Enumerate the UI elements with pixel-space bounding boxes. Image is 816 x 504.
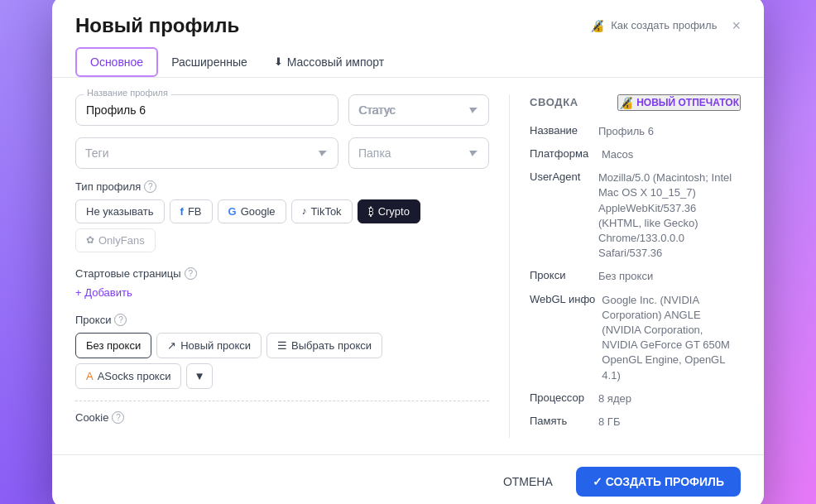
profile-name-group: Название профиля: [75, 94, 338, 126]
asocks-icon: A: [86, 370, 94, 382]
start-pages-section: Стартовые страницы ? + Добавить: [75, 267, 489, 299]
crypto-icon: ₿: [368, 205, 374, 218]
proxy-section: Прокси ? Без прокси ↗ Новый прокси ☰ Выб…: [75, 314, 489, 389]
type-btn-tiktok[interactable]: ♪ TikTok: [291, 199, 353, 223]
fb-icon: f: [180, 205, 184, 218]
select-proxy-icon: ☰: [277, 339, 287, 352]
summary-header: СВОДКА 🔏 НОВЫЙ ОТПЕЧАТОК: [530, 94, 741, 111]
form-row-tags-folder: Теги ▼ Папка ▼: [75, 137, 489, 169]
type-btn-onlyfans[interactable]: ✿ OnlyFans: [75, 228, 156, 252]
type-btn-crypto[interactable]: ₿ Crypto: [358, 199, 420, 223]
proxy-label-row: Прокси ?: [75, 314, 489, 326]
summary-row-webgl: WebGL инфо Google Inc. (NVIDIA Corporati…: [530, 293, 741, 383]
tab-basic[interactable]: Основное: [75, 47, 158, 77]
form-row-name-status: Название профиля Статус ▼ Статус: [75, 94, 489, 126]
onlyfans-icon: ✿: [86, 234, 94, 246]
summary-row-useragent: UserAgent Mozilla/5.0 (Macintosh; Intel …: [530, 170, 741, 261]
tab-import[interactable]: ⬇ Массовый импорт: [261, 49, 397, 75]
summary-row-platform: Платформа Macos: [530, 147, 741, 162]
cookie-help-icon[interactable]: ?: [112, 411, 124, 424]
tab-advanced[interactable]: Расширенные: [158, 49, 261, 75]
cookie-section: Cookie ?: [75, 401, 489, 424]
profile-type-section: Тип профиля ? Не указывать f FB G Google…: [75, 180, 489, 252]
tab-bar: Основное Расширенные ⬇ Массовый импорт: [52, 37, 764, 78]
profile-type-help-icon[interactable]: ?: [144, 180, 156, 193]
add-start-page-link[interactable]: + Добавить: [75, 286, 489, 299]
start-pages-label-row: Стартовые страницы ?: [75, 267, 489, 280]
fingerprint-icon: 🔏: [590, 19, 604, 32]
modal-footer: ОТМЕНА ✓ СОЗДАТЬ ПРОФИЛЬ: [52, 454, 764, 504]
how-to-create-link[interactable]: 🔏 Как создать профиль: [590, 19, 717, 32]
proxy-more-button[interactable]: ▼: [186, 363, 212, 389]
type-btn-fb[interactable]: f FB: [170, 199, 213, 223]
summary-row-proxy: Прокси Без прокси: [530, 269, 741, 284]
summary-row-name: Название Профиль 6: [530, 124, 741, 139]
right-panel: СВОДКА 🔏 НОВЫЙ ОТПЕЧАТОК Название Профил…: [509, 94, 741, 438]
proxy-buttons-row: Без прокси ↗ Новый прокси ☰ Выбрать прок…: [75, 333, 489, 389]
folder-group: Папка ▼: [348, 137, 489, 169]
proxy-btn-asocks[interactable]: A ASocks прокси: [75, 363, 181, 389]
start-pages-help-icon[interactable]: ?: [185, 267, 197, 280]
new-proxy-icon: ↗: [167, 339, 176, 352]
summary-row-memory: Память 8 ГБ: [530, 415, 741, 430]
tags-group: Теги ▼: [75, 137, 338, 169]
modal-title: Новый профиль: [75, 14, 239, 37]
profile-name-input[interactable]: [75, 94, 338, 126]
profile-type-buttons: Не указывать f FB G Google ♪ TikTok ₿: [75, 199, 489, 252]
tags-placeholder-text: Теги: [85, 146, 108, 160]
fingerprint2-icon: 🔏: [619, 96, 633, 109]
summary-row-cpu: Процессор 8 ядер: [530, 391, 741, 406]
profile-type-label-row: Тип профиля ?: [75, 180, 489, 193]
profile-name-label: Название профиля: [84, 88, 171, 98]
status-group: Статус ▼ Статус: [348, 94, 489, 126]
new-profile-modal: Новый профиль 🔏 Как создать профиль × Ос…: [52, 0, 764, 504]
google-icon: G: [228, 205, 237, 218]
proxy-btn-none[interactable]: Без прокси: [75, 333, 151, 358]
type-btn-google[interactable]: G Google: [218, 199, 286, 223]
proxy-btn-new[interactable]: ↗ Новый прокси: [156, 333, 262, 358]
tiktok-icon: ♪: [302, 205, 307, 217]
new-fingerprint-button[interactable]: 🔏 НОВЫЙ ОТПЕЧАТОК: [617, 94, 741, 111]
status-placeholder-text: Статус: [358, 103, 395, 117]
cookie-label-row: Cookie ?: [75, 411, 489, 424]
folder-placeholder-text: Папка: [358, 146, 391, 160]
type-btn-none[interactable]: Не указывать: [75, 199, 165, 223]
cancel-button[interactable]: ОТМЕНА: [490, 468, 566, 495]
create-profile-button[interactable]: ✓ СОЗДАТЬ ПРОФИЛЬ: [576, 467, 741, 497]
summary-table: Название Профиль 6 Платформа Macos UserA…: [530, 124, 741, 430]
modal-header: Новый профиль 🔏 Как создать профиль ×: [52, 0, 764, 37]
tags-select[interactable]: [75, 137, 338, 169]
close-button[interactable]: ×: [732, 18, 741, 33]
proxy-help-icon[interactable]: ?: [114, 314, 127, 326]
import-icon: ⬇: [274, 55, 283, 68]
left-panel: Название профиля Статус ▼ Статус: [75, 94, 489, 438]
proxy-btn-select[interactable]: ☰ Выбрать прокси: [266, 333, 382, 358]
content-area: Название профиля Статус ▼ Статус: [52, 78, 764, 454]
summary-title: СВОДКА: [530, 96, 578, 108]
